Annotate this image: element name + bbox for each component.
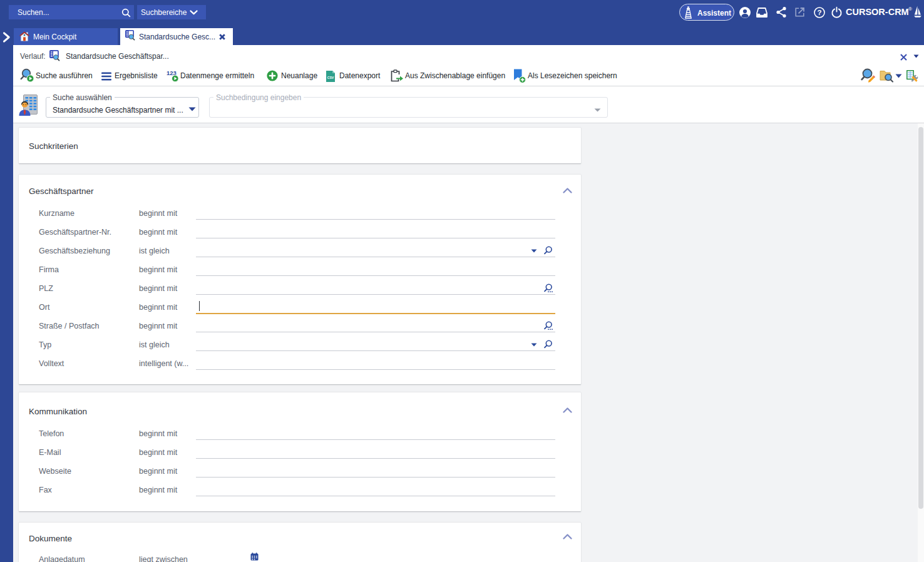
svg-text:CSV: CSV — [327, 76, 334, 79]
svg-text:?: ? — [817, 9, 821, 16]
